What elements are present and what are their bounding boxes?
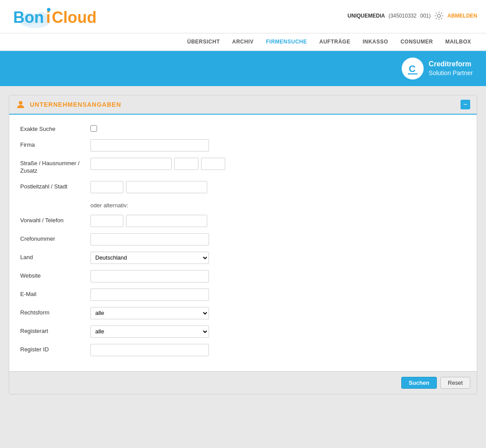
plz-row: Postleitzahl / Stadt <box>20 181 466 193</box>
user-info: UNIQUEMEDIA (345010332 001) ABMELDEN <box>348 11 477 21</box>
website-controls <box>90 270 466 282</box>
search-button[interactable]: Suchen <box>401 377 437 389</box>
abmelden-link[interactable]: ABMELDEN <box>447 13 477 19</box>
svg-point-6 <box>47 8 50 11</box>
svg-rect-10 <box>408 73 418 75</box>
firma-controls <box>90 139 466 152</box>
exakte-suche-label: Exakte Suche <box>20 123 90 133</box>
top-bar: Bon i Cloud UNIQUEMEDIA (345010332 001) … <box>0 0 486 33</box>
rechtsform-label: Rechtsform <box>20 307 90 317</box>
nav-auftrage[interactable]: AUFTRÄGE <box>313 33 356 50</box>
oder-alternativ-text: oder alternativ: <box>90 199 466 211</box>
user-id2: 001) <box>420 13 431 19</box>
registerart-select[interactable]: alle HRA HRB <box>90 325 209 338</box>
zusatz-input[interactable] <box>201 158 225 170</box>
firma-input[interactable] <box>90 139 209 152</box>
plz-input[interactable] <box>90 181 123 193</box>
nav-ubersicht[interactable]: ÜBERSICHT <box>181 33 226 50</box>
main-content: UNTERNEHMENSANGABEN − Exakte Suche Firma <box>0 86 486 403</box>
telefon-input[interactable] <box>126 215 207 227</box>
nav-bar: ÜBERSICHT ARCHIV FIRMENSUCHE AUFTRÄGE IN… <box>0 33 486 51</box>
form-card-header: UNTERNEHMENSANGABEN − <box>9 95 477 115</box>
strasse-row: Straße / Hausnummer / Zusatz <box>20 158 466 175</box>
strasse-controls <box>90 158 466 170</box>
nav-mailbox[interactable]: MAILBOX <box>439 33 477 50</box>
person-icon <box>16 100 25 109</box>
register-id-row: Register ID <box>20 344 466 356</box>
nav-bar-inner: ÜBERSICHT ARCHIV FIRMENSUCHE AUFTRÄGE IN… <box>9 33 477 50</box>
form-card: UNTERNEHMENSANGABEN − Exakte Suche Firma <box>9 95 477 394</box>
top-right: UNIQUEMEDIA (345010332 001) ABMELDEN <box>348 11 477 22</box>
firma-row: Firma <box>20 139 466 152</box>
nav-archiv[interactable]: ARCHIV <box>226 33 260 50</box>
rechtsform-controls: alle GmbH AG KG <box>90 307 466 319</box>
crefonummer-input[interactable] <box>90 233 209 246</box>
form-title: UNTERNEHMENSANGABEN <box>30 101 121 108</box>
website-input[interactable] <box>90 270 209 282</box>
registerart-row: Registerart alle HRA HRB <box>20 325 466 338</box>
rechtsform-row: Rechtsform alle GmbH AG KG <box>20 307 466 319</box>
hausnummer-input[interactable] <box>174 158 198 170</box>
website-label: Website <box>20 270 90 280</box>
vorwahl-label: Vorwahl / Telefon <box>20 215 90 224</box>
svg-point-12 <box>19 101 22 105</box>
email-label: E-Mail <box>20 289 90 298</box>
logo-svg: Bon i Cloud <box>9 4 97 29</box>
nav-firmensuche[interactable]: FIRMENSUCHE <box>260 33 313 50</box>
firma-label: Firma <box>20 139 90 149</box>
land-row: Land Deutschland Österreich Schweiz <box>20 252 466 264</box>
register-id-controls <box>90 344 466 356</box>
stadt-input[interactable] <box>126 181 207 193</box>
crefonummer-controls <box>90 233 466 246</box>
vorwahl-controls <box>90 215 466 227</box>
creditreform-badge: C Creditreform Solution Partner <box>402 58 473 79</box>
creditreform-line2: Solution Partner <box>429 69 473 78</box>
creditreform-text: Creditreform Solution Partner <box>429 59 473 78</box>
register-id-label: Register ID <box>20 344 90 354</box>
land-select[interactable]: Deutschland Österreich Schweiz <box>90 252 209 264</box>
email-input[interactable] <box>90 289 209 301</box>
land-label: Land <box>20 252 90 261</box>
plz-label: Postleitzahl / Stadt <box>20 181 90 191</box>
nav-consumer[interactable]: CONSUMER <box>394 33 439 50</box>
reset-button[interactable]: Reset <box>440 377 470 389</box>
vorwahl-row: Vorwahl / Telefon <box>20 215 466 227</box>
register-id-input[interactable] <box>90 344 209 356</box>
plz-controls <box>90 181 466 193</box>
nav-inkasso[interactable]: INKASSO <box>356 33 394 50</box>
form-footer: Suchen Reset <box>9 371 477 394</box>
email-row: E-Mail <box>20 289 466 301</box>
form-card-title: UNTERNEHMENSANGABEN <box>16 100 121 109</box>
exakte-suche-checkbox[interactable] <box>90 125 97 132</box>
strasse-input[interactable] <box>90 158 172 170</box>
svg-point-7 <box>438 14 441 17</box>
svg-text:Bon: Bon <box>13 8 44 26</box>
exakte-suche-row: Exakte Suche <box>20 123 466 133</box>
gear-icon[interactable] <box>434 11 444 21</box>
creditreform-line1: Creditreform <box>429 59 473 69</box>
crefonummer-label: Crefonummer <box>20 233 90 243</box>
form-body: Exakte Suche Firma Straße / Hausnummer /… <box>9 115 477 371</box>
creditreform-c-logo: C <box>402 58 424 79</box>
website-row: Website <box>20 270 466 282</box>
registerart-label: Registerart <box>20 325 90 335</box>
land-controls: Deutschland Österreich Schweiz <box>90 252 466 264</box>
blue-banner: C Creditreform Solution Partner <box>0 51 486 86</box>
svg-text:Cloud: Cloud <box>52 8 97 26</box>
logo: Bon i Cloud <box>9 4 97 29</box>
registerart-controls: alle HRA HRB <box>90 325 466 338</box>
user-id: (345010332 <box>389 13 417 19</box>
username: UNIQUEMEDIA <box>348 13 385 19</box>
strasse-label: Straße / Hausnummer / Zusatz <box>20 158 90 175</box>
rechtsform-select[interactable]: alle GmbH AG KG <box>90 307 209 319</box>
email-controls <box>90 289 466 301</box>
crefonummer-row: Crefonummer <box>20 233 466 246</box>
vorwahl-input[interactable] <box>90 215 123 227</box>
exakte-suche-controls <box>90 123 466 132</box>
collapse-button[interactable]: − <box>461 100 470 109</box>
